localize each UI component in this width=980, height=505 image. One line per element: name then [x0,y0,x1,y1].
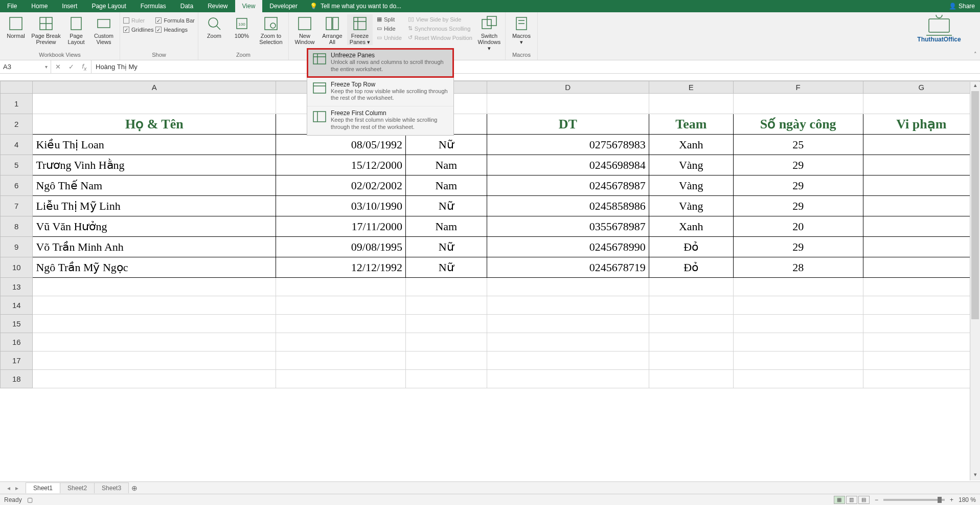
formula-input[interactable]: Hoàng Thị My [92,60,980,73]
unfreeze-panes-item[interactable]: Unfreeze Panes Unlock all rows and colum… [307,49,453,77]
row-header[interactable]: 4 [1,135,33,155]
cell[interactable]: Nữ [406,196,487,216]
cell[interactable]: 29 [733,175,863,196]
cell[interactable]: Nữ [406,135,487,155]
worksheet-grid[interactable]: A B C D E F G 1 2 Họ & Tên Ngày sinh DT … [0,81,980,388]
headings-checkbox[interactable]: ✓Headings [155,27,195,33]
page-layout-view-icon[interactable]: ▥ [846,496,857,504]
cell[interactable]: Nam [406,175,487,196]
cell[interactable]: 0245678987 [487,175,649,196]
sheet-tab-2[interactable]: Sheet2 [60,482,95,493]
row-header[interactable]: 6 [1,175,33,196]
page-break-preview-button[interactable]: Page Break Preview [31,14,61,45]
cell[interactable]: Liễu Thị Mỹ Linh [33,196,276,216]
cell[interactable]: 02/02/2002 [276,175,406,196]
normal-view-button[interactable]: Normal [3,14,29,39]
cell[interactable] [863,216,979,237]
cell[interactable]: Nam [406,155,487,175]
row-header[interactable]: 10 [1,257,33,278]
zoom-in-button[interactable]: + [950,496,953,503]
cell[interactable]: Võ Trần Minh Anh [33,237,276,257]
cell[interactable]: 12/12/1992 [276,257,406,278]
row-header[interactable]: 9 [1,237,33,257]
freeze-top-row-item[interactable]: Freeze Top Row Keep the top row visible … [307,77,453,106]
zoom-knob[interactable] [938,497,942,503]
row-header[interactable]: 15 [1,315,33,333]
cell[interactable]: Trương Vinh Hằng [33,155,276,175]
select-all-corner[interactable] [1,81,33,94]
sheet-nav-next-icon[interactable]: ▸ [15,485,18,492]
cell[interactable]: Vàng [649,155,733,175]
cell[interactable]: 0245858986 [487,196,649,216]
cell[interactable]: Vàng [649,196,733,216]
zoom-to-selection-button[interactable]: Zoom to Selection [257,14,285,45]
row-header[interactable]: 8 [1,216,33,237]
cell[interactable]: Team [649,114,733,135]
cell[interactable]: 29 [733,237,863,257]
zoom-button[interactable]: Zoom [201,14,227,39]
cell[interactable]: 20 [733,216,863,237]
row-header[interactable]: 18 [1,370,33,388]
cell[interactable]: 09/08/1995 [276,237,406,257]
cell[interactable]: 0245678719 [487,257,649,278]
tab-file[interactable]: File [0,0,24,12]
split-button[interactable]: ▦Split [375,15,404,23]
col-header-e[interactable]: E [649,81,733,94]
col-header-a[interactable]: A [33,81,276,94]
tell-me-search[interactable]: 💡 Tell me what you want to do... [305,0,406,12]
formula-bar-checkbox[interactable]: ✓Formula Bar [155,17,195,24]
sheet-tab-1[interactable]: Sheet1 [26,482,60,493]
macros-button[interactable]: Macros▾ [509,14,534,45]
accept-formula-button[interactable]: ✓ [64,63,78,71]
tab-page-layout[interactable]: Page Layout [84,0,133,12]
cell[interactable]: 25 [733,135,863,155]
cell[interactable]: 29 [733,155,863,175]
ruler-checkbox[interactable]: Ruler [123,17,153,24]
switch-windows-button[interactable]: Switch Windows ▾ [476,14,502,51]
sheet-nav-prev-icon[interactable]: ◂ [7,485,10,492]
zoom-out-button[interactable]: − [875,496,878,503]
cell[interactable]: Nam [406,216,487,237]
vertical-scrollbar[interactable]: ▴ ▾ [970,82,980,480]
macro-record-icon[interactable]: ▢ [27,496,33,503]
row-header[interactable]: 2 [1,114,33,135]
cell[interactable] [863,196,979,216]
col-header-d[interactable]: D [487,81,649,94]
cell[interactable]: Ngô Thế Nam [33,175,276,196]
cell[interactable]: 0355678987 [487,216,649,237]
collapse-ribbon-icon[interactable]: ˄ [974,51,977,58]
cell[interactable]: 0245698984 [487,155,649,175]
cell[interactable]: 03/10/1990 [276,196,406,216]
fx-button[interactable]: fx [78,62,91,72]
cell[interactable]: Xanh [649,135,733,155]
arrange-all-button[interactable]: Arrange All [320,14,345,45]
zoom-100-button[interactable]: 100 100% [229,14,255,39]
tab-view[interactable]: View [235,0,263,12]
custom-views-button[interactable]: Custom Views [91,14,117,45]
cell[interactable]: 29 [733,196,863,216]
tab-formulas[interactable]: Formulas [133,0,173,12]
tab-developer[interactable]: Developer [262,0,305,12]
gridlines-checkbox[interactable]: ✓Gridlines [123,27,153,33]
row-header[interactable]: 14 [1,296,33,315]
cell[interactable]: DT [487,114,649,135]
cell[interactable]: 17/11/2000 [276,216,406,237]
add-sheet-button[interactable]: ⊕ [128,484,141,492]
cell[interactable]: 0245678990 [487,237,649,257]
cell[interactable] [863,175,979,196]
page-layout-button[interactable]: Page Layout [63,14,89,45]
row-header[interactable]: 7 [1,196,33,216]
hide-button[interactable]: ▭Hide [375,25,404,32]
freeze-first-column-item[interactable]: Freeze First Column Keep the first colum… [307,106,453,135]
tab-review[interactable]: Review [200,0,235,12]
cell[interactable]: Nữ [406,237,487,257]
cell[interactable]: 15/12/2000 [276,155,406,175]
col-header-g[interactable]: G [863,81,979,94]
cell[interactable]: Họ & Tên [33,114,276,135]
cancel-formula-button[interactable]: ✕ [51,63,64,71]
row-header[interactable]: 17 [1,352,33,370]
col-header-f[interactable]: F [733,81,863,94]
freeze-panes-button[interactable]: Freeze Panes ▾ [347,14,373,45]
row-header[interactable]: 1 [1,94,33,114]
cell[interactable] [863,155,979,175]
